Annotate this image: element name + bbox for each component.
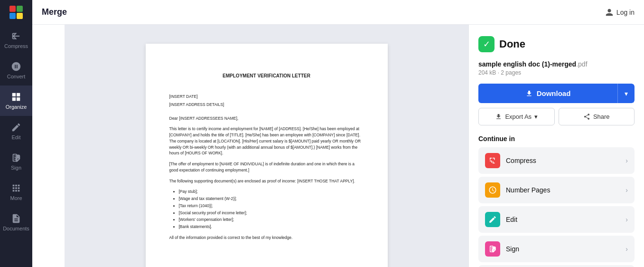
- number-pages-icon: [485, 182, 500, 198]
- sidebar-item-documents-label: Documents: [3, 226, 29, 231]
- pdf-date: [INSERT DATE]: [169, 94, 364, 100]
- download-button-wrapper: Download ▾: [478, 84, 635, 103]
- edit-icon: [11, 122, 21, 133]
- app-logo: [0, 0, 32, 25]
- main-content: EMPLOYMENT VERIFICATION LETTER [INSERT D…: [65, 0, 644, 267]
- sign-icon: [11, 153, 21, 163]
- continue-item-number-pages[interactable]: Number Pages ›: [478, 177, 635, 203]
- list-item: [Social security proof of income letter]…: [179, 210, 364, 216]
- app-title: Merge: [42, 7, 67, 17]
- topbar: Merge Log in: [32, 0, 644, 25]
- sidebar-item-organize[interactable]: Organize: [0, 86, 32, 116]
- file-name-ext: .pdf: [576, 60, 587, 68]
- logo-blue-cell: [9, 13, 16, 19]
- share-label: Share: [593, 113, 610, 120]
- continue-item-number-pages-label: Number Pages: [506, 186, 620, 194]
- pdf-preview[interactable]: EMPLOYMENT VERIFICATION LETTER [INSERT D…: [65, 25, 468, 267]
- pdf-list: [Pay stub];[Wage and tax statement (W-2)…: [179, 189, 364, 230]
- list-item: [Workers' compensation letter];: [179, 217, 364, 223]
- pdf-dear: Dear [INSERT ADDRESSEES NAME],: [169, 115, 364, 122]
- sidebar-item-sign-label: Sign: [11, 165, 21, 171]
- edit-icon: [485, 212, 500, 227]
- sidebar-item-more[interactable]: More: [0, 177, 32, 207]
- sidebar-item-convert[interactable]: Convert: [0, 55, 32, 86]
- organize-icon: [11, 92, 21, 102]
- download-dropdown-button[interactable]: ▾: [617, 84, 635, 103]
- pdf-page: EMPLOYMENT VERIFICATION LETTER [INSERT D…: [146, 44, 388, 267]
- continue-chevron-icon: ›: [625, 216, 628, 223]
- login-button[interactable]: Log in: [605, 8, 635, 17]
- continue-items: Compress › Number Pages › Edit › Sign › …: [478, 147, 635, 267]
- pdf-address: [INSERT ADDRESS DETAILS]: [169, 102, 364, 108]
- continue-item-edit[interactable]: Edit ›: [478, 206, 635, 233]
- download-row: Download ▾: [478, 84, 635, 103]
- sidebar: Compress Convert Organize Edit Sign More: [0, 0, 32, 267]
- sidebar-item-compress-label: Compress: [4, 43, 28, 49]
- sidebar-item-organize-label: Organize: [6, 104, 27, 110]
- continue-chevron-icon: ›: [625, 186, 628, 194]
- more-icon: [11, 183, 21, 193]
- list-item: [Wage and tax statement (W-2)];: [179, 196, 364, 202]
- sidebar-item-documents[interactable]: Documents: [0, 207, 32, 238]
- sidebar-item-compress[interactable]: Compress: [0, 25, 32, 55]
- file-meta: 204 kB · 2 pages: [478, 69, 635, 76]
- sidebar-item-edit-label: Edit: [12, 134, 21, 140]
- pdf-para4: All of the information provided is corre…: [169, 235, 364, 241]
- export-dropdown-icon: ▾: [534, 113, 538, 120]
- done-header: ✓ Done: [478, 36, 635, 52]
- continue-chevron-icon: ›: [625, 245, 628, 253]
- download-label: Download: [537, 89, 571, 97]
- done-icon: ✓: [478, 36, 495, 52]
- continue-item-sign-label: Sign: [506, 245, 620, 253]
- documents-icon: [11, 213, 21, 224]
- sidebar-item-edit[interactable]: Edit: [0, 116, 32, 146]
- login-label: Log in: [616, 9, 635, 16]
- compress-icon: [11, 31, 21, 41]
- content-area: EMPLOYMENT VERIFICATION LETTER [INSERT D…: [65, 25, 644, 267]
- pdf-para2: [The offer of employment to [NAME OF IND…: [169, 161, 364, 173]
- pdf-title: EMPLOYMENT VERIFICATION LETTER: [169, 72, 364, 79]
- continue-item-sign[interactable]: Sign ›: [478, 236, 635, 262]
- continue-in-title: Continue in: [478, 135, 635, 143]
- download-button[interactable]: Download: [478, 84, 617, 103]
- action-row: Export As ▾ Share: [478, 108, 635, 125]
- continue-item-edit-label: Edit: [506, 216, 620, 223]
- logo-red-cell: [9, 6, 16, 12]
- export-label: Export As: [505, 113, 532, 120]
- logo-green-cell: [17, 6, 23, 12]
- export-button[interactable]: Export As ▾: [478, 108, 555, 125]
- sign-icon: [485, 241, 500, 257]
- list-item: [Bank statements].: [179, 224, 364, 230]
- right-panel: ✓ Done sample english doc (1)-merged.pdf…: [468, 25, 644, 267]
- list-item: [Tax return (1040)];: [179, 203, 364, 209]
- file-info: sample english doc (1)-merged.pdf 204 kB…: [478, 60, 635, 76]
- continue-chevron-icon: ›: [625, 157, 628, 164]
- convert-icon: [11, 61, 21, 72]
- file-name-main: sample english doc (1)-merged: [478, 60, 576, 68]
- continue-item-compress-label: Compress: [506, 157, 620, 164]
- done-title: Done: [499, 38, 525, 50]
- sidebar-item-more-label: More: [10, 195, 22, 201]
- share-button[interactable]: Share: [559, 108, 635, 125]
- logo-yellow-cell: [17, 13, 23, 19]
- file-name-display: sample english doc (1)-merged.pdf: [478, 60, 635, 68]
- pdf-para3: The following supporting document(s) are…: [169, 178, 364, 184]
- sidebar-item-convert-label: Convert: [7, 74, 26, 79]
- continue-item-compress[interactable]: Compress ›: [478, 147, 635, 174]
- list-item: [Pay stub];: [179, 189, 364, 195]
- continue-item-protect[interactable]: Protect ›: [478, 265, 635, 267]
- sidebar-item-sign[interactable]: Sign: [0, 146, 32, 177]
- compress-icon: [485, 153, 500, 168]
- pdf-para1: This letter is to certify income and emp…: [169, 126, 364, 156]
